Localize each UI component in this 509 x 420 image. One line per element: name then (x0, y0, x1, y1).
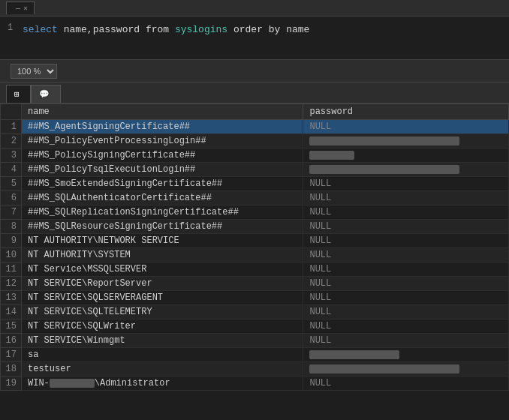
table-row-num: 16 (1, 334, 22, 348)
table-row-name: WIN-\Administrator (22, 376, 303, 391)
table-row-name: NT SERVICE\Winmgmt (22, 334, 303, 348)
messages-icon: 💬 (39, 89, 50, 99)
kw-select: select (23, 24, 58, 35)
table-row-name: NT SERVICE\ReportServer (22, 277, 303, 291)
kw-name: name (64, 24, 87, 35)
toolbar: 100 % 75 % 125 % 150 % (0, 60, 509, 82)
tab-pin-icon[interactable]: — (16, 4, 20, 13)
line-number: 1 (8, 21, 17, 33)
table-row-password (303, 163, 509, 177)
table-row-name: ##MS_PolicySigningCertificate## (22, 148, 303, 163)
table-row-name: NT SERVICE\SQLWriter (22, 320, 303, 334)
table-row-name: ##MS_PolicyEventProcessingLogin## (22, 134, 303, 148)
table-row-num: 9 (1, 234, 22, 248)
kw-syslogins: syslogins (175, 24, 227, 35)
table-row-password: NULL (303, 320, 509, 334)
kw-orderby: order by name (233, 24, 309, 35)
table-row-name: sa (22, 348, 303, 362)
tab-messages[interactable]: 💬 (31, 85, 61, 103)
query-editor[interactable]: 1 select name,password from syslogins or… (0, 16, 509, 60)
table-row-password: NULL (303, 206, 509, 220)
table-row-num: 12 (1, 277, 22, 291)
tab-results[interactable]: ⊞ (6, 85, 31, 103)
query-tab[interactable]: — ✕ (6, 2, 35, 14)
table-row-name: NT AUTHORITY\NETWORK SERVICE (22, 234, 303, 248)
table-row-num: 18 (1, 362, 22, 376)
table-row-num: 8 (1, 220, 22, 234)
table-row-num: 13 (1, 291, 22, 305)
kw-from: from (146, 24, 175, 35)
table-row-password: NULL (303, 334, 509, 348)
table-row-num: 17 (1, 348, 22, 362)
table-row-name: ##MS_SQLResourceSigningCertificate## (22, 220, 303, 234)
table-row-password: NULL (303, 305, 509, 320)
results-tabs: ⊞ 💬 (0, 82, 509, 104)
table-row-name: ##MS_SQLReplicationSigningCertificate## (22, 206, 303, 220)
table-row-password: NULL (303, 291, 509, 305)
col-rownum (1, 104, 22, 120)
tab-bar: — ✕ (6, 2, 35, 14)
table-row-password (303, 362, 509, 376)
table-row-name: NT AUTHORITY\SYSTEM (22, 248, 303, 262)
table-row-password: NULL (303, 262, 509, 277)
table-row-name: ##MS_SmoExtendedSigningCertificate## (22, 177, 303, 191)
table-row-num: 1 (1, 120, 22, 134)
table-row-password: NULL (303, 248, 509, 262)
results-grid-icon: ⊞ (14, 89, 20, 99)
table-row-num: 4 (1, 163, 22, 177)
title-bar: — ✕ (0, 0, 509, 16)
table-row-num: 11 (1, 262, 22, 277)
col-password: password (303, 104, 509, 120)
col-name: name (22, 104, 303, 120)
table-row-password: NULL (303, 120, 509, 134)
table-row-name: NT SERVICE\SQLSERVERAGENT (22, 291, 303, 305)
table-row-name: ##MS_SQLAuthenticatorCertificate## (22, 191, 303, 206)
table-row-name: testuser (22, 362, 303, 376)
table-row-num: 2 (1, 134, 22, 148)
table-row-name: NT SERVICE\SQLTELEMETRY (22, 305, 303, 320)
table-row-password (303, 134, 509, 148)
results-container[interactable]: name password 1##MS_AgentSigningCertific… (0, 104, 509, 420)
table-row-num: 14 (1, 305, 22, 320)
zoom-select[interactable]: 100 % 75 % 125 % 150 % (11, 64, 57, 79)
table-row-password (303, 148, 509, 163)
table-row-password: NULL (303, 277, 509, 291)
table-row-name: ##MS_PolicyTsqlExecutionLogin## (22, 163, 303, 177)
table-row-password: NULL (303, 177, 509, 191)
table-row-name: NT Service\MSSQLSERVER (22, 262, 303, 277)
table-row-num: 7 (1, 206, 22, 220)
table-row-password: NULL (303, 220, 509, 234)
table-row-num: 15 (1, 320, 22, 334)
tab-close-icon[interactable]: ✕ (23, 4, 28, 13)
results-table: name password 1##MS_AgentSigningCertific… (0, 104, 509, 391)
table-row-num: 5 (1, 177, 22, 191)
query-content: select name,password from syslogins orde… (23, 21, 309, 38)
table-row-name: ##MS_AgentSigningCertificate## (22, 120, 303, 134)
table-row-password: NULL (303, 234, 509, 248)
table-row-password: NULL (303, 191, 509, 206)
table-row-num: 6 (1, 191, 22, 206)
table-row-password (303, 348, 509, 362)
kw-password: password (93, 24, 140, 35)
table-row-password: NULL (303, 376, 509, 391)
table-row-num: 3 (1, 148, 22, 163)
table-row-num: 19 (1, 376, 22, 391)
table-row-num: 10 (1, 248, 22, 262)
